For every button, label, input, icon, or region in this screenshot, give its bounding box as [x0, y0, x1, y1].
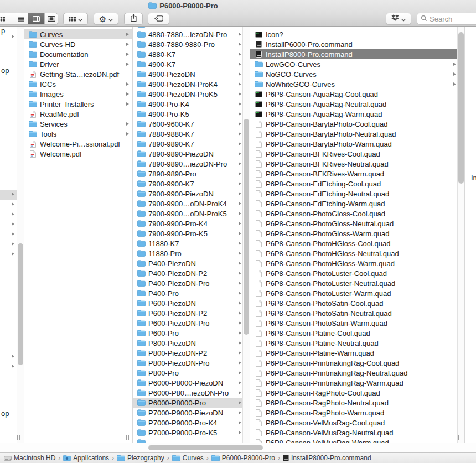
horizontal-scrollbar[interactable] [0, 443, 476, 452]
file-row[interactable]: 4900-Pro-K5 [133, 109, 250, 119]
action-button[interactable]: ⚙ [94, 13, 118, 25]
file-row[interactable]: 7890-9890-K7 [133, 139, 250, 149]
file-row[interactable]: P600-PiezoDN-P2 [133, 308, 250, 318]
file-row[interactable]: 7880-9880-K7 [133, 129, 250, 139]
file-row[interactable]: Driver [24, 59, 132, 69]
file-row[interactable]: InstallP6000-Pro.command [250, 39, 464, 49]
file-row[interactable]: P6P8-Canson-VelMusRag-Cool.quad [250, 418, 464, 428]
file-row[interactable]: P6P8-Canson-PhotoLuster-Warm.quad [250, 288, 464, 298]
file-row[interactable]: Getting-Sta…iezoDN.pdf [24, 69, 132, 79]
file-row[interactable]: 7890-9890-PiezoDN [133, 149, 250, 159]
file-row[interactable]: Icon? [250, 29, 464, 39]
file-row[interactable]: P6000-P80…iezoDN-Pro [133, 388, 250, 398]
file-row[interactable]: 7900-9900-K7 [133, 179, 250, 189]
file-row[interactable]: P6P8-Canson-PrintmakingRag-Neutral.quad [250, 368, 464, 378]
file-row[interactable]: 4900-Pro-K4 [133, 99, 250, 109]
file-row[interactable]: P600-Pro [133, 328, 250, 338]
file-row[interactable]: P6P8-Canson-BFKRives-Warm.quad [250, 169, 464, 179]
file-row[interactable]: InstallP8000-Pro.command [250, 49, 464, 59]
scrollbar-thumb[interactable] [244, 119, 249, 335]
file-row[interactable]: P6P8-Canson-PhotoSatin-Neutral.quad [250, 308, 464, 318]
file-row[interactable]: P6P8-Canson-PhotoHGloss-Warm.quad [250, 258, 464, 268]
scrollbar-thumb[interactable] [458, 32, 464, 184]
icon-view-button[interactable] [0, 13, 14, 24]
file-row[interactable]: P6P8-Canson-PhotoGloss-Neutral.quad [250, 219, 464, 228]
file-row[interactable]: P7000-P9000-Pro-K4 [133, 418, 250, 428]
column-resize-handle[interactable] [17, 435, 20, 440]
file-row[interactable]: 7890-9890…iezoDN-Pro [133, 159, 250, 169]
file-row[interactable]: P6P8-Canson-EdEtching-Cool.quad [250, 179, 464, 189]
coverflow-view-button[interactable] [45, 13, 58, 24]
file-row[interactable]: P6P8-Canson-BFKRives-Cool.quad [250, 149, 464, 159]
scrollbar-track[interactable] [17, 27, 24, 443]
file-row[interactable]: P800-PiezoDN-Pro [133, 358, 250, 368]
file-row[interactable]: P800-Pro [133, 368, 250, 378]
file-row[interactable]: P400-PiezoDN-Pro [133, 278, 250, 288]
file-row[interactable]: P800-PiezoDN-P2 [133, 348, 250, 358]
file-row[interactable]: P6P8-Canson-EdEtching-Warm.quad [250, 199, 464, 209]
file-row[interactable]: P6P8-Canson-RagPhoto-Neutral.quad [250, 398, 464, 408]
horizontal-scrollbar-thumb[interactable] [148, 445, 263, 450]
file-row[interactable]: P6P8-Canson-BarytaPhoto-Cool.quad [250, 119, 464, 129]
path-item[interactable]: Curves [172, 454, 204, 462]
file-row[interactable]: 4880-7880-9880-Pro [133, 39, 250, 49]
file-row[interactable]: Curves-HD [24, 39, 132, 49]
list-view-button[interactable] [14, 13, 28, 24]
file-row[interactable]: P7000-P9000-Pro-K5 [133, 428, 250, 438]
file-row[interactable]: P6P8-Canson-PhotoHGloss-Neutral.quad [250, 248, 464, 258]
search-input[interactable] [430, 15, 476, 23]
file-row[interactable]: P6P8-Canson-VelMusRag-Warm.quad [250, 438, 464, 443]
path-item[interactable]: Piezography [117, 454, 164, 462]
title-bar[interactable]: P6000-P8000-Pro [0, 0, 476, 12]
file-row[interactable]: P6P8-Canson-BarytaPhoto-Warm.quad [250, 139, 464, 149]
file-row[interactable]: P6P8-Canson-PhotoLuster-Cool.quad [250, 268, 464, 278]
file-row[interactable]: LowGCO-Curves [250, 59, 464, 69]
file-row[interactable]: P6P8-Canson-BarytaPhoto-Neutral.quad [250, 129, 464, 139]
file-row[interactable]: Images [24, 89, 132, 99]
file-row[interactable]: P6P8-Canson-Platine-Neutral.quad [250, 338, 464, 348]
file-row[interactable]: Services [24, 119, 132, 129]
file-row[interactable]: P600-PiezoDN-Pro [133, 318, 250, 328]
file-row[interactable]: ReadMe.pdf [24, 109, 132, 119]
file-row[interactable]: 4880-7880…iezoDN-Pro [133, 29, 250, 39]
file-row[interactable]: ICCs [24, 79, 132, 89]
column-view-button[interactable] [28, 13, 45, 24]
file-row[interactable]: P6P8-Canson-RagPhoto-Cool.quad [250, 388, 464, 398]
file-row[interactable]: Tools [24, 129, 132, 139]
file-row[interactable]: Curves [24, 29, 132, 39]
file-row[interactable]: 7900-9900…oDN-ProK4 [133, 199, 250, 209]
file-row[interactable]: P400-PiezoDN [133, 258, 250, 268]
file-row[interactable]: 7900-9900-Pro-K4 [133, 219, 250, 228]
file-row[interactable]: 7600-9600-K7 [133, 119, 250, 129]
file-row[interactable]: P600-PiezoDN [133, 298, 250, 308]
tag-button[interactable] [148, 13, 169, 25]
file-row[interactable]: P6P8-Canson-AquaRag-Cool.quad [250, 89, 464, 99]
file-row[interactable]: Documentation [24, 49, 132, 59]
file-row[interactable]: P6P8-Canson-PhotoGloss-Warm.quad [250, 228, 464, 238]
file-row[interactable]: P6P8-Canson-VelMusRag-Neutral.quad [250, 428, 464, 438]
file-row[interactable]: P6P8-Canson-AquaRag-Neutral.quad [250, 99, 464, 109]
file-row[interactable]: Welcome.pdf [24, 149, 132, 159]
path-item[interactable]: InstallP8000-Pro.command [283, 454, 371, 462]
file-row[interactable]: P6P8-Canson-RagPhoto-Warm.quad [250, 408, 464, 418]
file-row[interactable]: 4900-PiezoDN-ProK4 [133, 79, 250, 89]
file-row[interactable]: 4880-K7 [133, 49, 250, 59]
file-row[interactable]: 7900-9900-PiezoDN [133, 189, 250, 199]
file-row[interactable]: P6P8-Canson-PhotoLuster-Neutral.quad [250, 278, 464, 288]
file-row[interactable]: P6P8-Canson-Platine-Warm.quad [250, 348, 464, 358]
file-row[interactable]: P7000-P9000-PiezoDN [133, 408, 250, 418]
share-button[interactable] [124, 13, 143, 25]
file-row[interactable]: P6P8-Canson-PhotoHGloss-Cool.quad [250, 238, 464, 248]
file-row[interactable]: P6P8-Canson-Platine-Cool.quad [250, 328, 464, 338]
file-row[interactable]: NoWhiteGCO-Curves [250, 79, 464, 89]
file-row[interactable]: Printer_Installers [24, 99, 132, 109]
scrollbar-thumb[interactable] [18, 243, 23, 365]
file-row[interactable]: P400-Pro [133, 288, 250, 298]
file-row[interactable]: P6P8-Canson-BFKRives-Neutral.quad [250, 159, 464, 169]
file-row[interactable]: P6000-P8000-Pro [133, 398, 250, 408]
column-resize-handle[interactable] [458, 435, 461, 440]
column-resize-handle[interactable] [244, 435, 246, 440]
file-row[interactable]: P6P8-Canson-PhotoSatin-Cool.quad [250, 298, 464, 308]
file-row[interactable]: P6P8-Canson-PhotoSatin-Warm.quad [250, 318, 464, 328]
file-row[interactable]: 7900-9900…oDN-ProK5 [133, 209, 250, 219]
